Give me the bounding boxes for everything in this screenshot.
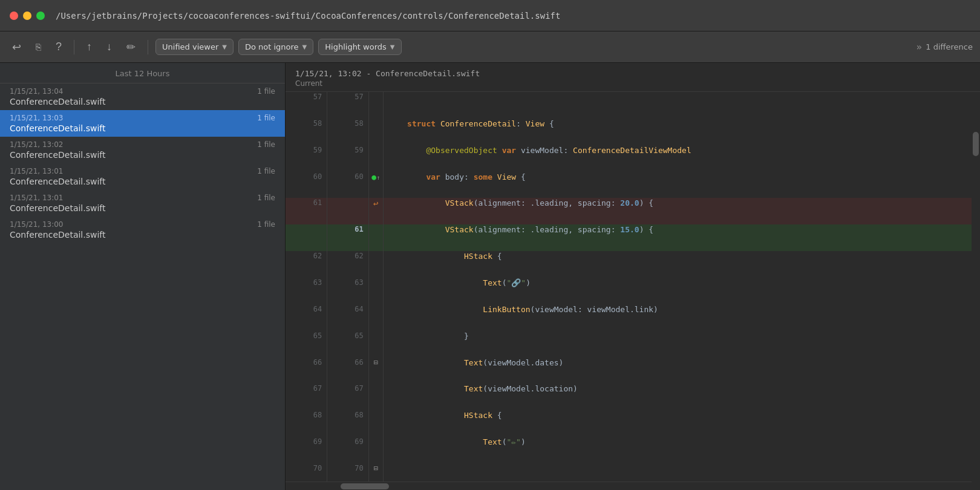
table-row: 67 67 Text(viewModel.location)	[286, 384, 980, 410]
line-num-left: 65	[286, 331, 327, 358]
history-item-date-2: 1/15/21, 13:02 1 file	[10, 140, 275, 149]
toolbar: ↩ ⎘ ? ↑ ↓ ✏ Unified viewer ▼ Do not igno…	[0, 31, 980, 63]
viewer-dropdown[interactable]: Unified viewer ▼	[155, 39, 234, 55]
history-item-date-3: 1/15/21, 13:01 1 file	[10, 167, 275, 175]
highlight-dropdown[interactable]: Highlight words ▼	[318, 39, 401, 55]
history-item-file-1: ConferenceDetail.swift	[10, 123, 275, 133]
table-row-deleted: 61 ↩ VStack(alignment: .leading, spacing…	[286, 198, 980, 224]
code-viewer: 1/15/21, 13:02 - ConferenceDetail.swift …	[286, 63, 980, 490]
line-num-right: 65	[327, 331, 369, 358]
toolbar-divider-1	[74, 40, 74, 54]
line-num-right: 68	[327, 410, 369, 437]
gutter-cell	[368, 92, 383, 119]
diff-arrows-icon: »	[916, 41, 923, 53]
table-row: 65 65 }	[286, 331, 980, 358]
table-row: 69 69 Text("✏")	[286, 437, 980, 463]
history-item-date-0: 1/15/21, 13:04 1 file	[10, 87, 275, 96]
gutter-cell	[368, 384, 383, 410]
line-num-right: 66	[327, 358, 369, 384]
history-item-file-2: ConferenceDetail.swift	[10, 150, 275, 160]
vertical-scrollbar[interactable]	[972, 92, 980, 490]
prev-diff-button[interactable]: ↑	[82, 38, 97, 56]
code-line: Text("✏")	[383, 437, 980, 463]
line-num-left: 68	[286, 410, 327, 437]
code-line: Text(viewModel.location)	[383, 384, 980, 410]
next-diff-button[interactable]: ↓	[102, 38, 117, 56]
line-num-left: 66	[286, 358, 327, 384]
code-line: struct ConferenceDetail: View {	[383, 119, 980, 145]
gutter-cell	[368, 278, 383, 304]
line-num-right: 62	[327, 251, 369, 278]
table-row: 58 58 struct ConferenceDetail: View {	[286, 119, 980, 145]
minimize-button[interactable]	[23, 11, 31, 20]
history-item-5[interactable]: 1/15/21, 13:00 1 file ConferenceDetail.s…	[0, 217, 285, 243]
code-table: 57 57 58 58 struct ConferenceDetail: Vie…	[286, 92, 980, 490]
undo-button[interactable]: ↩	[7, 38, 26, 56]
ignore-chevron-icon: ▼	[302, 44, 307, 50]
diff-count-label: 1 difference	[926, 42, 973, 51]
code-header: 1/15/21, 13:02 - ConferenceDetail.swift …	[286, 63, 980, 92]
code-line: Text("🔗")	[383, 278, 980, 304]
gutter-cell: ⊟	[368, 358, 383, 384]
table-row: 64 64 LinkButton(viewModel: viewModel.li…	[286, 304, 980, 331]
history-item-1[interactable]: 1/15/21, 13:03 1 file ConferenceDetail.s…	[0, 110, 285, 137]
code-line: var body: some View {	[383, 172, 980, 198]
gutter-cell	[368, 145, 383, 172]
help-button[interactable]: ?	[51, 38, 67, 56]
history-item-date-1: 1/15/21, 13:03 1 file	[10, 114, 275, 122]
line-num-right: 57	[327, 92, 369, 119]
table-row: 62 62 HStack {	[286, 251, 980, 278]
edit-button[interactable]: ✏	[122, 38, 140, 56]
code-file-path: 1/15/21, 13:02 - ConferenceDetail.swift	[295, 69, 970, 78]
bookmark-button[interactable]: ⎘	[31, 39, 46, 54]
line-num-right: 58	[327, 119, 369, 145]
history-item-file-0: ConferenceDetail.swift	[10, 97, 275, 106]
code-area[interactable]: 57 57 58 58 struct ConferenceDetail: Vie…	[286, 92, 980, 490]
line-num-left: 63	[286, 278, 327, 304]
gutter-cell	[368, 331, 383, 358]
history-item-file-3: ConferenceDetail.swift	[10, 177, 275, 186]
code-line: VStack(alignment: .leading, spacing: 15.…	[383, 224, 980, 251]
history-item-2[interactable]: 1/15/21, 13:02 1 file ConferenceDetail.s…	[0, 137, 285, 163]
line-num-right: 63	[327, 278, 369, 304]
highlight-label: Highlight words	[325, 42, 387, 51]
line-num-left: 60	[286, 172, 327, 198]
titlebar: /Users/jetbrains/Projects/cocoaconferenc…	[0, 0, 980, 31]
maximize-button[interactable]	[36, 11, 45, 20]
history-item-file-5: ConferenceDetail.swift	[10, 230, 275, 240]
close-button[interactable]	[10, 11, 18, 20]
highlight-chevron-icon: ▼	[390, 44, 395, 50]
line-num-right	[327, 198, 369, 224]
viewer-label: Unified viewer	[162, 42, 218, 51]
history-item-4[interactable]: 1/15/21, 13:01 1 file ConferenceDetail.s…	[0, 190, 285, 217]
hscroll-thumb[interactable]	[341, 483, 389, 489]
main-content: Last 12 Hours 1/15/21, 13:04 1 file Conf…	[0, 63, 980, 490]
line-num-left	[286, 224, 327, 251]
gutter-cell	[368, 437, 383, 463]
viewer-chevron-icon: ▼	[222, 44, 227, 50]
history-item-3[interactable]: 1/15/21, 13:01 1 file ConferenceDetail.s…	[0, 163, 285, 190]
line-num-left: 67	[286, 384, 327, 410]
gutter-cell	[368, 224, 383, 251]
ignore-label: Do not ignore	[245, 42, 299, 51]
history-item-0[interactable]: 1/15/21, 13:04 1 file ConferenceDetail.s…	[0, 83, 285, 110]
history-item-date-4: 1/15/21, 13:01 1 file	[10, 194, 275, 202]
horizontal-scrollbar[interactable]	[286, 482, 972, 490]
line-num-right: 59	[327, 145, 369, 172]
table-row: 60 60 ●↑ var body: some View {	[286, 172, 980, 198]
table-row: 57 57	[286, 92, 980, 119]
table-row: 63 63 Text("🔗")	[286, 278, 980, 304]
line-num-left: 69	[286, 437, 327, 463]
ignore-dropdown[interactable]: Do not ignore ▼	[238, 39, 313, 55]
line-num-right: 64	[327, 304, 369, 331]
line-num-left: 59	[286, 145, 327, 172]
vscroll-thumb[interactable]	[973, 132, 979, 156]
code-line: }	[383, 331, 980, 358]
toolbar-divider-2	[148, 40, 148, 54]
line-num-left: 64	[286, 304, 327, 331]
line-num-right: 67	[327, 384, 369, 410]
code-line: @ObservedObject var viewModel: Conferenc…	[383, 145, 980, 172]
line-num-left: 62	[286, 251, 327, 278]
gutter-cell	[368, 304, 383, 331]
gutter-cell	[368, 119, 383, 145]
